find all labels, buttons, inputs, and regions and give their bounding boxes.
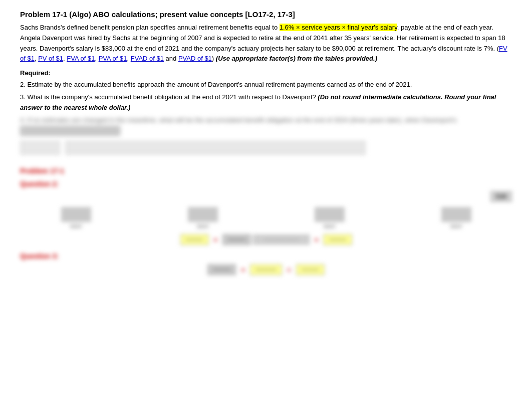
q3-prefix: 3. <box>20 93 26 101</box>
problem-text-1: Sachs Brands's defined benefit pension p… <box>20 24 280 31</box>
formula-part2: ~~~~~ <box>222 234 251 245</box>
q3-formula-result: ~~~~~ <box>296 264 325 275</box>
q3-formula-part2: ~~~~~~ <box>250 264 282 275</box>
q3-text: What is the company's accumulated benefi… <box>26 93 316 101</box>
col3-label: label <box>315 223 345 229</box>
formula-part1: ~~~~~ <box>180 234 209 245</box>
q4-text: If no estimates are changed in the meant… <box>26 116 457 124</box>
col1-label: label <box>61 223 91 229</box>
q4-answer-area <box>20 139 512 157</box>
times-sign-1: × <box>211 235 221 245</box>
page-container: Problem 17-1 (Algo) ABO calculations; pr… <box>20 10 512 275</box>
q2-text: Estimate by the accumulated benefits app… <box>26 81 412 88</box>
toolbar-button: Edit <box>490 191 512 202</box>
part-label: Problem 17-1 <box>20 167 512 175</box>
col2-container: label <box>188 207 218 229</box>
col1-box <box>61 207 91 222</box>
question-3-section: Question 3: ~~~~~ × ~~~~~~ = ~~~~~ <box>20 252 512 275</box>
col3-box <box>315 207 345 222</box>
problem-title: Problem 17-1 (Algo) ABO calculations; pr… <box>20 10 512 19</box>
q3-times-1: × <box>238 265 248 275</box>
q4-box1 <box>20 141 60 155</box>
col2-box <box>188 207 218 222</box>
q4-prefix: 4. <box>20 116 26 124</box>
formula-highlight: 1.6% × service years × final year's sala… <box>280 24 397 31</box>
question-3: 3. What is the company's accumulated ben… <box>20 92 512 113</box>
formula-label: ~~~~~~~~~~~ <box>253 235 310 245</box>
q2-section-label: Question 2: <box>20 180 512 188</box>
question-2-section: Question 2: Edit label label label label <box>20 180 512 245</box>
formula-row-2: ~~~~~ × ~~~~~ ~~~~~~~~~~~ × ~~~~~ <box>20 234 512 245</box>
problem-description: Sachs Brands's defined benefit pension p… <box>20 23 512 64</box>
pvad1-link[interactable]: PVAD of $1 <box>178 55 212 62</box>
col3-container: label <box>315 207 345 229</box>
pva1-link[interactable]: PVA of $1 <box>99 55 127 62</box>
and-text: and <box>164 55 178 62</box>
formula-part3: ~~~~~ <box>323 234 352 245</box>
q3-formula-part1: ~~~~~ <box>207 264 236 275</box>
formula-row-3: ~~~~~ × ~~~~~~ = ~~~~~ <box>20 264 512 275</box>
col4-box <box>441 207 471 222</box>
q3-eq: = <box>284 265 294 275</box>
answer-toolbar: Edit <box>20 191 512 202</box>
col4-container: label <box>441 207 471 229</box>
col2-label: label <box>188 223 218 229</box>
times-sign-2: × <box>312 235 322 245</box>
required-label: Required: <box>20 69 512 77</box>
fvad1-link[interactable]: FVAD of $1 <box>131 55 164 62</box>
use-tables-note: (Use appropriate factor(s) from the tabl… <box>216 55 377 62</box>
fva1-link[interactable]: FVA of $1 <box>67 55 95 62</box>
q2-prefix: 2. <box>20 81 26 88</box>
col4-label: label <box>441 223 471 229</box>
question-2: 2. Estimate by the accumulated benefits … <box>20 80 512 90</box>
q3-section-label: Question 3: <box>20 252 512 260</box>
part-label-section: Problem 17-1 <box>20 167 512 175</box>
question-4: 4. If no estimates are changed in the me… <box>20 115 512 136</box>
table-values-row: label label label label <box>20 207 512 229</box>
pv1-link[interactable]: PV of $1 <box>38 55 63 62</box>
col1-container: label <box>61 207 91 229</box>
q4-box2 <box>65 141 366 155</box>
q4-answer-box <box>20 126 120 136</box>
